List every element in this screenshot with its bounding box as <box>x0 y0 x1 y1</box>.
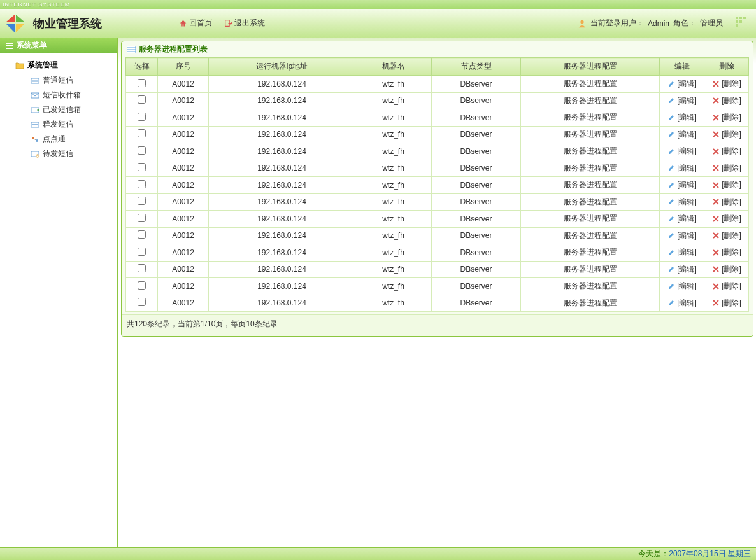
cell-delete: [删除] <box>704 295 749 312</box>
edit-link[interactable]: [编辑] <box>667 112 697 123</box>
item-icon <box>31 91 39 100</box>
edit-link[interactable]: [编辑] <box>667 129 697 140</box>
row-checkbox[interactable] <box>138 230 146 239</box>
cell-machine: wtz_fh <box>355 126 432 143</box>
table-row: A0012192.168.0.124wtz_fhDBserver服务器进程配置 … <box>126 76 749 93</box>
edit-link[interactable]: [编辑] <box>667 197 697 207</box>
delete-link[interactable]: [删除] <box>711 197 741 207</box>
cell-proc: 服务器进程配置 <box>521 295 660 312</box>
delete-link[interactable]: [删除] <box>711 298 741 309</box>
table-row: A0012192.168.0.124wtz_fhDBserver服务器进程配置 … <box>126 211 749 228</box>
edit-link[interactable]: [编辑] <box>667 230 697 241</box>
cell-ip: 192.168.0.124 <box>209 143 355 160</box>
cell-select <box>126 295 158 312</box>
edit-link[interactable]: [编辑] <box>667 281 697 291</box>
sidebar-item[interactable]: 群发短信 <box>4 117 113 132</box>
sidebar-title: 系统菜单 <box>0 38 117 53</box>
row-checkbox[interactable] <box>138 163 146 171</box>
svg-rect-11 <box>31 78 39 83</box>
x-icon <box>711 80 720 88</box>
edit-link[interactable]: [编辑] <box>667 95 697 106</box>
edit-link[interactable]: [编辑] <box>667 179 697 190</box>
edit-text: [编辑] <box>677 95 697 106</box>
row-checkbox[interactable] <box>138 197 146 205</box>
svg-rect-9 <box>6 45 13 46</box>
delete-link[interactable]: [删除] <box>711 230 741 241</box>
svg-point-1 <box>580 20 583 23</box>
cell-node-type: DBserver <box>432 244 521 262</box>
cell-machine: wtz_fh <box>355 261 432 278</box>
row-checkbox[interactable] <box>138 214 146 222</box>
delete-link[interactable]: [删除] <box>711 78 741 89</box>
cell-node-type: DBserver <box>432 76 521 93</box>
cell-edit: [编辑] <box>660 193 704 211</box>
row-checkbox[interactable] <box>138 113 146 121</box>
table-row: A0012192.168.0.124wtz_fhDBserver服务器进程配置 … <box>126 227 749 244</box>
delete-link[interactable]: [删除] <box>711 163 741 174</box>
delete-link[interactable]: [删除] <box>711 95 741 106</box>
cell-proc: 服务器进程配置 <box>521 126 660 143</box>
svg-rect-4 <box>743 17 746 19</box>
cell-proc: 服务器进程配置 <box>521 109 660 127</box>
delete-link[interactable]: [删除] <box>711 179 741 190</box>
row-checkbox[interactable] <box>138 180 146 188</box>
cell-machine: wtz_fh <box>355 295 432 312</box>
sidebar-item[interactable]: 待发短信 <box>4 146 113 161</box>
delete-link[interactable]: [删除] <box>711 129 741 140</box>
delete-text: [删除] <box>722 163 741 174</box>
row-checkbox[interactable] <box>138 264 146 272</box>
cell-delete: [删除] <box>704 177 749 194</box>
edit-link[interactable]: [编辑] <box>667 247 697 258</box>
delete-link[interactable]: [删除] <box>711 281 741 291</box>
edit-link[interactable]: [编辑] <box>667 298 697 309</box>
cell-ip: 192.168.0.124 <box>209 211 355 228</box>
footer-today-link[interactable]: 2007年08月15日 星期三 <box>669 549 751 559</box>
menu-group-system[interactable]: 系统管理 <box>4 57 113 73</box>
svg-line-22 <box>34 139 36 140</box>
sidebar: 系统菜单 系统管理 普通短信短信收件箱已发短信箱群发短信点点通待发短信 <box>0 38 118 547</box>
cell-delete: [删除] <box>704 126 749 143</box>
exit-link[interactable]: 退出系统 <box>224 18 265 29</box>
edit-link[interactable]: [编辑] <box>667 146 697 157</box>
sidebar-item[interactable]: 普通短信 <box>4 73 113 88</box>
sidebar-item[interactable]: 点点通 <box>4 132 113 146</box>
row-checkbox[interactable] <box>138 95 146 104</box>
pencil-icon <box>667 181 676 190</box>
x-icon <box>711 248 720 257</box>
row-checkbox[interactable] <box>138 281 146 290</box>
cell-edit: [编辑] <box>660 227 704 244</box>
cell-select <box>126 76 158 93</box>
delete-link[interactable]: [删除] <box>711 112 741 123</box>
pencil-icon <box>667 298 676 307</box>
edit-link[interactable]: [编辑] <box>667 264 697 275</box>
edit-text: [编辑] <box>677 213 697 224</box>
edit-link[interactable]: [编辑] <box>667 78 697 89</box>
cell-machine: wtz_fh <box>355 244 432 262</box>
cell-edit: [编辑] <box>660 278 704 295</box>
row-checkbox[interactable] <box>138 146 146 155</box>
cell-node-type: DBserver <box>432 92 521 109</box>
cell-ip: 192.168.0.124 <box>209 227 355 244</box>
cell-delete: [删除] <box>704 76 749 93</box>
row-checkbox[interactable] <box>138 129 146 137</box>
cell-seq: A0012 <box>158 76 209 93</box>
row-checkbox[interactable] <box>138 298 146 306</box>
table-row: A0012192.168.0.124wtz_fhDBserver服务器进程配置 … <box>126 109 749 127</box>
sidebar-item[interactable]: 已发短信箱 <box>4 102 113 117</box>
delete-link[interactable]: [删除] <box>711 146 741 157</box>
delete-text: [删除] <box>722 213 741 224</box>
pencil-icon <box>667 214 676 223</box>
row-checkbox[interactable] <box>138 79 146 87</box>
th-node-type: 节点类型 <box>432 58 521 76</box>
x-icon <box>711 130 720 139</box>
delete-link[interactable]: [删除] <box>711 264 741 275</box>
home-link[interactable]: 回首页 <box>178 18 212 29</box>
delete-link[interactable]: [删除] <box>711 247 741 258</box>
edit-link[interactable]: [编辑] <box>667 163 697 174</box>
row-checkbox[interactable] <box>138 248 146 256</box>
sidebar-item[interactable]: 短信收件箱 <box>4 88 113 102</box>
delete-link[interactable]: [删除] <box>711 213 741 224</box>
cell-node-type: DBserver <box>432 109 521 127</box>
edit-link[interactable]: [编辑] <box>667 213 697 224</box>
cell-ip: 192.168.0.124 <box>209 261 355 278</box>
